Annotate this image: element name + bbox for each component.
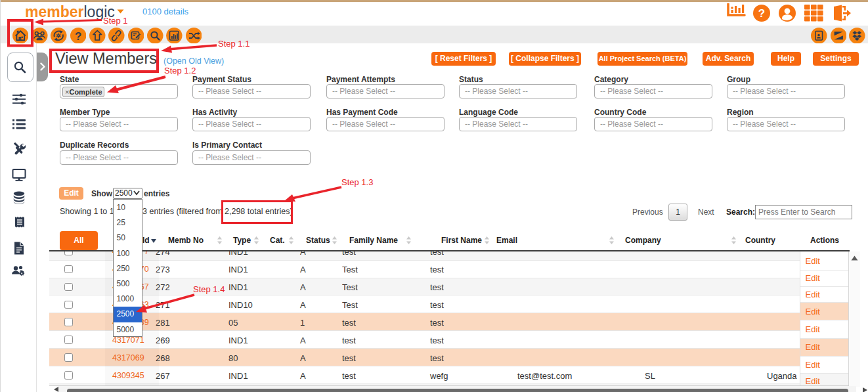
svg-text:?: ? <box>758 7 765 20</box>
svg-text:?: ? <box>75 30 81 42</box>
